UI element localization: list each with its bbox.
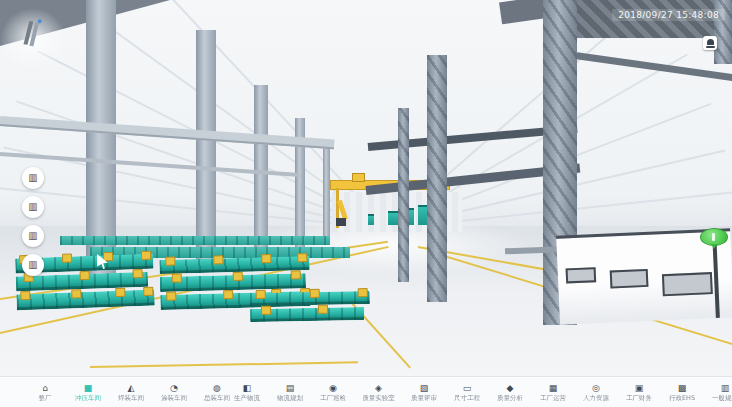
module-human-resources[interactable]: ◎ 人力资源 [581,383,611,403]
dashboard-monitor-icon: ▥ [28,260,37,270]
people-icon: ◎ [592,383,600,393]
notification-bell-button[interactable] [703,36,717,50]
module-factory-operations[interactable]: ▦ 工厂运营 [538,383,568,403]
document-check-icon: ▧ [420,383,429,393]
logo-dot [37,19,42,24]
module-logistics-planning[interactable]: ▤ 物流规划 [275,383,305,403]
die-row-distant [60,236,330,245]
robot-base [336,218,346,226]
module-quality-lab[interactable]: ◈ 质量实验室 [361,383,396,403]
alert-exclamation-icon [712,233,715,241]
workshop-tab-group: ⌂ 整厂 ■ 冲压车间 ◭ 焊装车间 ◔ 涂装车间 ◍ 总装车间 [30,383,232,403]
tab-assembly-workshop[interactable]: ◍ 总装车间 [202,383,232,403]
factory-icon: ⌂ [42,383,48,393]
module-quality-review[interactable]: ▧ 质量评审 [409,383,439,403]
module-production-logistics[interactable]: ◧ 生产物流 [232,383,262,403]
module-admin-ehs[interactable]: ▩ 行政EHS [667,383,697,403]
side-dashboard-button-4[interactable]: ▥ [22,254,44,276]
painting-icon: ◔ [170,383,178,393]
grid-icon: ▩ [678,383,687,393]
roof-rail [575,52,732,81]
stamping-icon: ■ [84,383,93,393]
module-quality-analysis[interactable]: ◆ 质量分析 [495,383,525,403]
chart-icon: ▦ [549,383,558,393]
steel-column [323,142,330,244]
side-dashboard-button-2[interactable]: ▥ [22,196,44,218]
scene-viewport-3d[interactable]: 2018/09/27 15:48:08 ▥ ▥ ▥ ▥ [0,0,732,376]
module-general-planning[interactable]: ▥ 一般规划 [710,383,732,403]
enclosure-window [610,269,649,289]
truck-icon: ◧ [243,383,252,393]
briefcase-icon: ▣ [635,383,644,393]
bottom-toolbar: ⌂ 整厂 ■ 冲压车间 ◭ 焊装车间 ◔ 涂装车间 ◍ 总装车间 ◧ [0,376,732,407]
tab-welding-workshop[interactable]: ◭ 焊装车间 [116,383,146,403]
dashboard-monitor-icon: ▥ [28,231,37,241]
module-dimensional-engineering[interactable]: ▭ 尺寸工程 [452,383,482,403]
crane-trolley [352,173,365,182]
lattice-column [427,55,447,302]
person-icon: ◉ [329,383,337,393]
shield-icon: ◆ [507,383,514,393]
enclosure-window [566,267,597,283]
ruler-icon: ▭ [463,383,472,393]
dashboard-monitor-icon: ▥ [28,202,37,212]
welding-icon: ◭ [128,383,135,393]
tab-painting-workshop[interactable]: ◔ 涂装车间 [159,383,189,403]
side-dashboard-button-1[interactable]: ▥ [22,167,44,189]
assembly-icon: ◍ [213,383,221,393]
flask-icon: ◈ [375,383,382,393]
bell-icon-base [706,46,715,48]
clipboard-icon: ▤ [286,383,295,393]
lattice-column [398,108,409,282]
module-factory-finance[interactable]: ▣ 工厂财务 [624,383,654,403]
clock-timestamp: 2018/09/27 15:48:08 [612,9,725,21]
enclosure-window [662,272,713,296]
die-stack [250,291,371,325]
distant-machine [368,214,374,225]
side-dashboard-button-3[interactable]: ▥ [22,225,44,247]
bell-icon [707,39,714,45]
green-alert-marker[interactable] [700,228,728,246]
digital-twin-app: 2018/09/27 15:48:08 ▥ ▥ ▥ ▥ ⌂ 整厂 ■ 冲压车间 … [0,0,732,407]
tab-stamping-workshop[interactable]: ■ 冲压车间 [73,383,103,403]
tab-whole-plant[interactable]: ⌂ 整厂 [30,383,60,403]
distant-machine [388,211,398,225]
module-button-group: ◧ 生产物流 ▤ 物流规划 ◉ 工厂巡检 ◈ 质量实验室 ▧ 质量评审 ▭ 尺寸… [232,383,732,403]
file-icon: ▥ [721,383,730,393]
module-factory-inspection[interactable]: ◉ 工厂巡检 [318,383,348,403]
dashboard-monitor-icon: ▥ [28,173,37,183]
